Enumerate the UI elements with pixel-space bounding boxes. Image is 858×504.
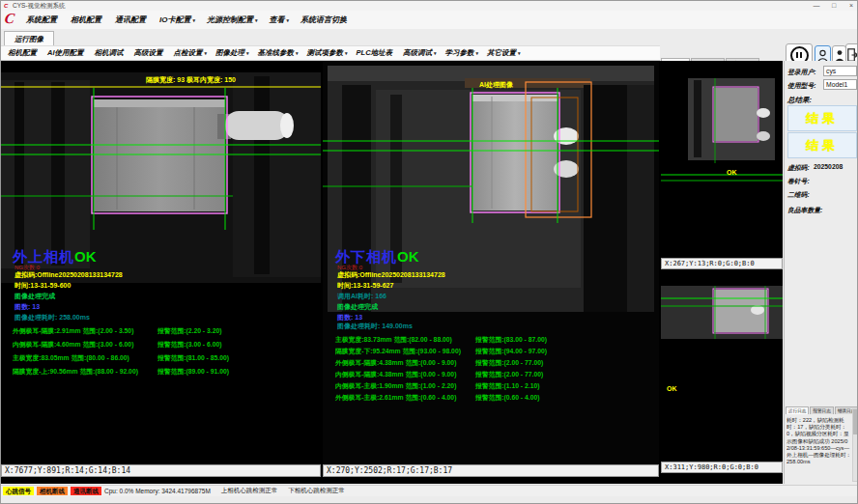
- toolbar-item[interactable]: 相机配置: [8, 48, 39, 58]
- chevron-down-icon: ▾: [296, 50, 299, 56]
- tab-run-image[interactable]: 运行图像: [4, 31, 54, 46]
- toolbar-item[interactable]: 高级调试▾: [403, 48, 437, 58]
- measurement-alarm-range: 报警范围:(2.00 - 77.00): [475, 358, 543, 368]
- upper-pixel-coordbar: X:7677;Y:891;R:14;G:14;B:14: [1, 464, 321, 477]
- login-user-field[interactable]: cys: [823, 66, 857, 76]
- camera-view-upper[interactable]: 隔膜宽度: 93 极耳内宽度: 150 外上相机OK NG次数:0 虚拟码:Of…: [1, 61, 321, 464]
- measurement-alarm-range: 报警范围:(89.00 - 91.00): [157, 367, 229, 377]
- comm-offline-badge: 通讯断线: [71, 487, 101, 495]
- menu-item[interactable]: 查看▾: [269, 14, 289, 25]
- side-panel: 登录用户: cys 使用型号: Model1 总结果: 结果 结果 虚拟码: 2…: [784, 61, 858, 484]
- lower-ai-elapsed: 调用AI耗时: 166: [337, 292, 386, 301]
- measurement-alarm-range: 报警范围:(2.20 - 3.20): [157, 326, 221, 336]
- measurement-alarm-range: 报警范围:(1.10 - 2.10): [475, 381, 539, 391]
- measurement-value: 隔膜宽度-上:90.56mm 范围:(88.00 - 92.00): [13, 367, 138, 377]
- toolbar-item[interactable]: PLC地址表: [357, 48, 395, 58]
- small-top-result: OK: [727, 169, 737, 176]
- upper-camera-heartbeat-text: 上相机心跳检测正常: [221, 487, 278, 495]
- vcode-label: 虚拟码:: [787, 163, 810, 173]
- menu-item[interactable]: 相机配置: [71, 14, 103, 25]
- toolbar-item[interactable]: AI使用配置: [47, 48, 86, 58]
- maximize-button[interactable]: □: [826, 1, 842, 11]
- scrollbar-thumb[interactable]: [853, 409, 857, 434]
- menu-item[interactable]: 系统配置: [26, 14, 59, 25]
- log-scrollbar[interactable]: [852, 408, 858, 482]
- result-ok: OK: [74, 248, 97, 265]
- lower-camera-heartbeat-text: 下相机心跳检测正常: [288, 487, 345, 495]
- model-select[interactable]: Model1: [823, 79, 857, 90]
- upper-done-text: 图像处理完成: [14, 292, 55, 301]
- close-button[interactable]: ×: [844, 1, 858, 11]
- vcode-value: 20250208: [814, 163, 843, 170]
- chevron-down-icon: ▾: [286, 17, 289, 23]
- small-bottom-result: OK: [667, 385, 677, 392]
- toolbar-item[interactable]: 图像处理▾: [215, 48, 249, 58]
- upper-frame-count: 图数: 13: [14, 302, 40, 312]
- chevron-down-icon: ▾: [476, 50, 479, 56]
- chevron-down-icon: ▾: [255, 17, 258, 23]
- minimize-button[interactable]: —: [809, 1, 824, 11]
- upper-barcode: 虚拟码:Offline20250208133134728: [14, 270, 123, 280]
- small-view-bottom[interactable]: OK: [661, 271, 783, 462]
- window-title: CYS-视觉检测系统: [13, 2, 66, 11]
- camera-offline-badge: 相机断线: [37, 487, 68, 495]
- status-bar: 心跳信号 相机断线 通讯断线 Cpu: 0.0% Memory: 3424.41…: [1, 485, 858, 496]
- measurement-value: 外侧极耳-隔膜:2.91mm 范围:(2.00 - 3.50): [13, 326, 133, 336]
- menu-item[interactable]: 光源控制配置▾: [207, 14, 258, 25]
- qrcode-label: 二维码:: [787, 190, 810, 200]
- total-result-label: 总结果:: [787, 96, 812, 105]
- measurement-row: 内侧极耳-主极:1.90mm 范围:(1.00 - 2.20) 报警范围:(1.…: [335, 381, 654, 393]
- yield-count-label: 良品率数量:: [787, 206, 822, 215]
- small-bottom-coordbar: X:311;Y:980;R:0;G:0;B:0: [661, 462, 783, 473]
- lower-annotation: AI处理图像: [479, 80, 513, 90]
- measurement-row: 内侧极耳-隔膜:4.38mm 范围:(0.00 - 9.00) 报警范围:(2.…: [335, 370, 654, 381]
- toolbar-item[interactable]: 学习参数▾: [445, 48, 479, 58]
- measurement-value: 外侧极耳-隔膜:4.38mm 范围:(0.00 - 9.00): [335, 358, 456, 368]
- result-box-lower: 结果: [787, 132, 857, 158]
- lower-pixel-coordbar: X:270;Y:2502;R:17;G:17;B:17: [323, 464, 659, 477]
- menu-item[interactable]: 系统语言切换: [300, 14, 349, 25]
- toolbar-item[interactable]: 基准线参数▾: [258, 48, 299, 58]
- toolbar-item[interactable]: 高级设置: [134, 48, 165, 58]
- lower-barcode: 虚拟码:Offline20250208133134728: [337, 270, 445, 280]
- toolbar-item[interactable]: 点检设置▾: [174, 48, 208, 58]
- menu-item[interactable]: IO卡配置▾: [159, 14, 195, 25]
- measurement-row: 外侧极耳-主极:2.61mm 范围:(0.60 - 4.00) 报警范围:(0.…: [335, 393, 654, 405]
- upper-elapsed: 图像处理耗时: 258.00ms: [14, 313, 90, 322]
- chevron-down-icon: ▾: [192, 17, 195, 23]
- lower-time: 时间:13-31-59-627: [337, 281, 393, 291]
- camera-view-lower[interactable]: AI处理图像 外下相机OK NG次数:0 虚拟码:Offline20250208…: [323, 61, 659, 464]
- upper-time: 时间:13-31-59-600: [14, 281, 71, 291]
- chevron-down-icon: ▾: [434, 50, 437, 56]
- chevron-down-icon: ▾: [345, 50, 348, 56]
- measurement-row: 内侧极耳-隔膜:4.60mm 范围:(3.00 - 6.00) 报警范围:(3.…: [13, 340, 318, 353]
- measurement-row: 隔膜宽度-上:90.56mm 范围:(88.00 - 92.00) 报警范围:(…: [13, 367, 318, 380]
- measurement-row: 主极宽度:83.05mm 范围:(80.00 - 86.00) 报警范围:(81…: [13, 353, 318, 367]
- toolbar-item[interactable]: 其它设置▾: [487, 48, 521, 58]
- tab-run-log[interactable]: 运行日志: [786, 406, 809, 414]
- needle-label: 卷针号:: [787, 177, 810, 186]
- measurement-alarm-range: 报警范围:(83.00 - 87.00): [475, 335, 547, 345]
- tab-alarm-log[interactable]: 报警日志: [810, 406, 833, 414]
- chevron-down-icon: ▾: [205, 50, 208, 56]
- heartbeat-badge: 心跳信号: [3, 487, 34, 495]
- menu-items: 系统配置 相机配置 通讯配置 IO卡配置▾ 光源控制配置▾ 查看▾ 系统语言切换: [26, 11, 349, 29]
- measurement-alarm-range: 报警范围:(2.00 - 77.00): [475, 370, 543, 379]
- toolbar-item[interactable]: 测试项参数▾: [307, 48, 348, 58]
- toolbar: 相机配置 AI使用配置 相机调试 高级设置 点检设置▾ 图像处理▾ 基准线参数▾…: [1, 45, 660, 61]
- log-text: 耗时：222，缺陷检测耗时：17，缺陷分类耗时：0，缺陷视频分区耗时：显示图像和…: [786, 417, 852, 479]
- model-label: 使用型号:: [787, 81, 815, 91]
- menu-item[interactable]: 通讯配置: [115, 14, 148, 25]
- login-user-label: 登录用户:: [787, 68, 815, 77]
- measurement-alarm-range: 报警范围:(81.00 - 85.00): [157, 353, 229, 363]
- measurement-value: 内侧极耳-主极:1.90mm 范围:(1.00 - 2.20): [335, 381, 456, 391]
- lower-elapsed: 图像处理耗时: 149.00ms: [337, 322, 413, 331]
- measurement-value: 内侧极耳-隔膜:4.60mm 范围:(3.00 - 6.00): [13, 340, 133, 350]
- measurement-row: 外侧极耳-隔膜:4.38mm 范围:(0.00 - 9.00) 报警范围:(2.…: [335, 358, 654, 370]
- log-tabs: 运行日志 报警日志 错误日志: [786, 406, 858, 414]
- small-view-top[interactable]: OK: [661, 67, 783, 258]
- small-image-top: [661, 67, 783, 258]
- app-logo-icon: C: [4, 11, 15, 27]
- toolbar-item[interactable]: 相机调试: [95, 48, 126, 58]
- result-box-upper: 结果: [787, 105, 857, 131]
